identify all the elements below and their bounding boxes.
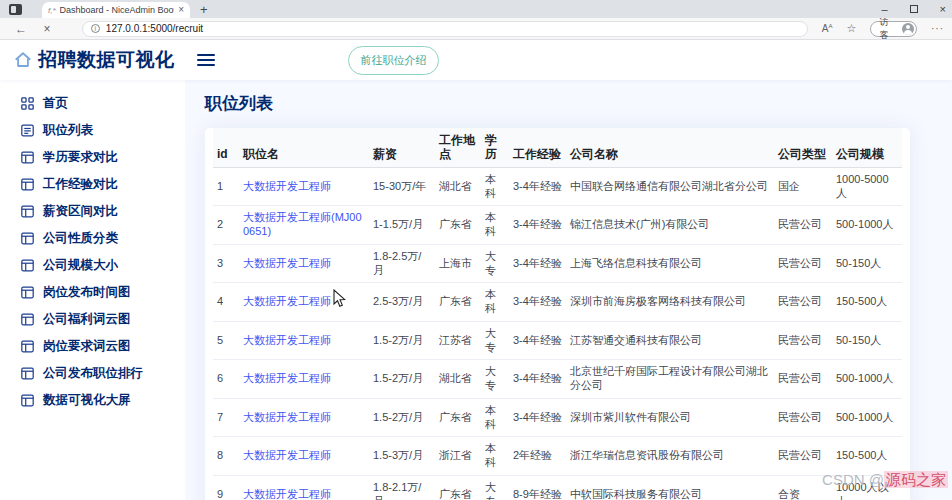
- job-intro-button[interactable]: 前往职位介绍: [348, 46, 439, 75]
- cell: 本科: [481, 206, 509, 245]
- list-icon: [21, 124, 34, 137]
- cell: 2年经验: [509, 437, 566, 476]
- cell: 8-9年经验: [509, 475, 566, 500]
- cell: 湖北省: [435, 167, 481, 206]
- cell: 8: [213, 437, 239, 476]
- cell: 1.8-2.1万/月: [369, 475, 435, 500]
- cell: 广东省: [435, 283, 481, 322]
- sidebar-item[interactable]: 首页: [0, 90, 185, 117]
- sidebar-item[interactable]: 公司发布职位排行: [0, 360, 185, 387]
- position-link[interactable]: 大数据开发工程师: [243, 411, 331, 423]
- cell: 2.5-3万/月: [369, 283, 435, 322]
- brand[interactable]: 招聘数据可视化: [0, 47, 185, 73]
- cell: 上海市: [435, 244, 481, 283]
- tab-title: Dashboard - NiceAdmin Bootstr: [60, 5, 175, 15]
- cell: 1-1.5万/月: [369, 206, 435, 245]
- cell: 500-1000人: [832, 206, 902, 245]
- position-link[interactable]: 大数据开发工程师: [243, 372, 331, 384]
- cell: 3-4年经验: [509, 244, 566, 283]
- cell: 广东省: [435, 398, 481, 437]
- sidebar-item-label: 岗位要求词云图: [43, 338, 131, 355]
- address-bar[interactable]: i 127.0.0.1:5000/recruit: [82, 21, 808, 37]
- column-header: 职位名: [239, 128, 369, 167]
- cell: 大专: [481, 321, 509, 360]
- sidebar-item[interactable]: 职位列表: [0, 117, 185, 144]
- site-info-icon[interactable]: i: [91, 24, 100, 33]
- hamburger-menu-icon[interactable]: [197, 51, 215, 69]
- cell: 3-4年经验: [509, 360, 566, 399]
- sidebar-item-label: 岗位发布时间图: [43, 284, 131, 301]
- cell-position: 大数据开发工程师: [239, 167, 369, 206]
- position-link[interactable]: 大数据开发工程师: [243, 257, 331, 269]
- table-row: 2大数据开发工程师(MJ000651)1-1.5万/月广东省本科3-4年经验锦江…: [213, 206, 902, 245]
- stop-icon[interactable]: ×: [34, 22, 60, 36]
- cell: 大专: [481, 360, 509, 399]
- browser-tab[interactable]: f,* Dashboard - NiceAdmin Bootstr ×: [42, 2, 190, 18]
- back-icon[interactable]: ←: [8, 22, 34, 36]
- sidebar-item[interactable]: 学历要求对比: [0, 144, 185, 171]
- cell: 江苏省: [435, 321, 481, 360]
- cell: 中软国际科技服务有限公司: [566, 475, 774, 500]
- card-icon: [21, 367, 34, 380]
- position-link[interactable]: 大数据开发工程师: [243, 488, 331, 500]
- tab-close-icon[interactable]: ×: [178, 5, 184, 15]
- sidebar-item[interactable]: 工作经验对比: [0, 171, 185, 198]
- sidebar-item-label: 首页: [43, 95, 68, 112]
- card-icon: [21, 205, 34, 218]
- sidebar-item-label: 工作经验对比: [43, 176, 118, 193]
- positions-card: id职位名薪资工作地点学历工作经验公司名称公司类型公司规模 1大数据开发工程师1…: [205, 128, 910, 500]
- cell-position: 大数据开发工程师: [239, 360, 369, 399]
- new-tab-icon[interactable]: +: [200, 3, 208, 16]
- cell-position: 大数据开发工程师: [239, 437, 369, 476]
- guest-label: 访客: [879, 16, 897, 42]
- favorites-star-icon[interactable]: ☆: [847, 22, 857, 35]
- main-content: 职位列表 id职位名薪资工作地点学历工作经验公司名称公司类型公司规模 1大数据开…: [185, 80, 952, 500]
- cell: 50-150人: [832, 321, 902, 360]
- sidebar-item[interactable]: 岗位要求词云图: [0, 333, 185, 360]
- maximize-icon[interactable]: [910, 5, 918, 13]
- cell: 民营公司: [774, 437, 832, 476]
- guest-profile-button[interactable]: 访客: [870, 21, 917, 37]
- sidebar-item[interactable]: 公司福利词云图: [0, 306, 185, 333]
- card-icon: [21, 259, 34, 272]
- cell-position: 大数据开发工程师: [239, 321, 369, 360]
- cell: 1.5-2万/月: [369, 321, 435, 360]
- sidebar-item[interactable]: 薪资区间对比: [0, 198, 185, 225]
- sidebar-item[interactable]: 公司性质分类: [0, 225, 185, 252]
- cell: 民营公司: [774, 398, 832, 437]
- browser-toolbar: ← × i 127.0.0.1:5000/recruit AA ☆ 访客 ···: [0, 18, 952, 40]
- table-row: 4大数据开发工程师2.5-3万/月广东省本科3-4年经验深圳市前海房极客网络科技…: [213, 283, 902, 322]
- cell: 3-4年经验: [509, 283, 566, 322]
- browser-menu-icon[interactable]: ···: [931, 23, 944, 34]
- position-link[interactable]: 大数据开发工程师: [243, 449, 331, 461]
- cell: 1.5-2万/月: [369, 360, 435, 399]
- sidebar-item-label: 公司发布职位排行: [43, 365, 143, 382]
- page-title: 职位列表: [205, 92, 952, 115]
- watermark-prefix: CSDN @: [822, 471, 884, 488]
- column-header: 公司类型: [774, 128, 832, 167]
- column-header: 学历: [481, 128, 509, 167]
- cell: 锦江信息技术(广州)有限公司: [566, 206, 774, 245]
- cell: 中国联合网络通信有限公司湖北省分公司: [566, 167, 774, 206]
- close-icon[interactable]: ×: [940, 4, 946, 15]
- position-link[interactable]: 大数据开发工程师: [243, 295, 331, 307]
- sidebar-item[interactable]: 岗位发布时间图: [0, 279, 185, 306]
- url-text[interactable]: 127.0.0.1:5000/recruit: [106, 23, 203, 34]
- minimize-icon[interactable]: –: [881, 4, 887, 15]
- sidebar-item[interactable]: 数据可视化大屏: [0, 387, 185, 414]
- position-link[interactable]: 大数据开发工程师: [243, 180, 331, 192]
- card-icon: [21, 232, 34, 245]
- cell: 民营公司: [774, 283, 832, 322]
- position-link[interactable]: 大数据开发工程师(MJ000651): [243, 211, 362, 237]
- cell: 500-1000人: [832, 360, 902, 399]
- tab-layout-icon[interactable]: [9, 4, 22, 15]
- grid-icon: [21, 97, 34, 110]
- cell: 浙江省: [435, 437, 481, 476]
- sidebar-item[interactable]: 公司规模大小: [0, 252, 185, 279]
- position-link[interactable]: 大数据开发工程师: [243, 334, 331, 346]
- cell: 4: [213, 283, 239, 322]
- table-row: 6大数据开发工程师1.5-2万/月湖北省大专3-4年经验北京世纪千府国际工程设计…: [213, 360, 902, 399]
- cell: 2: [213, 206, 239, 245]
- cell: 本科: [481, 437, 509, 476]
- text-size-icon[interactable]: AA: [822, 23, 833, 34]
